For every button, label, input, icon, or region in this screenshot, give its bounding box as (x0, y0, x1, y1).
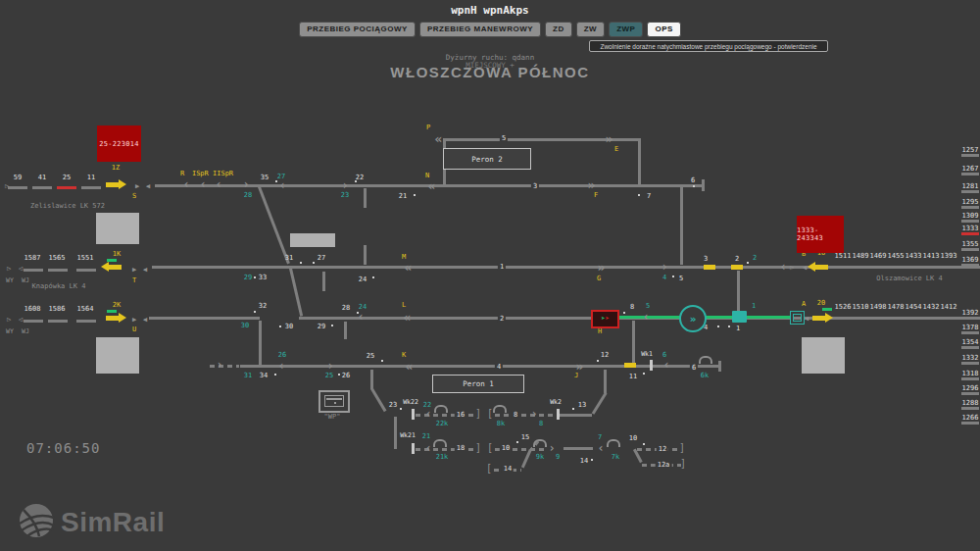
signal-arrow[interactable]: ◁ (19, 266, 23, 273)
switch-label[interactable]: 1478 (888, 304, 905, 311)
train-number-box[interactable]: 25-223014 (97, 125, 141, 162)
switch-label[interactable]: 1565 (49, 255, 66, 262)
signal-label[interactable]: P (426, 125, 430, 131)
switch-label[interactable]: 1586 (49, 306, 66, 313)
switch-label[interactable]: 27 (318, 255, 325, 262)
switch-label[interactable]: 29 (318, 324, 325, 330)
switch-label[interactable]: 15 (521, 434, 529, 441)
signal-arrow[interactable]: ◁ (19, 317, 23, 324)
switch-label[interactable]: 34 (260, 373, 268, 379)
signal-arrow[interactable]: » (606, 132, 612, 145)
derailer-icon[interactable] (493, 405, 507, 413)
switch-label[interactable]: 28 (342, 305, 350, 312)
switch-label[interactable]: 11 (629, 374, 637, 380)
switch-label[interactable]: 4 (495, 364, 503, 371)
switch-label[interactable]: 14 (580, 458, 588, 465)
switch-label[interactable]: 12 (657, 446, 668, 453)
switch-label[interactable]: Wk2 (550, 399, 562, 406)
toolbar-button-zw[interactable]: ZW (576, 22, 605, 37)
signal-arrow[interactable]: ▷ (7, 266, 11, 273)
switch-label[interactable]: 1511 (835, 253, 852, 260)
signal-arrow[interactable]: « (405, 261, 412, 274)
switch-label[interactable]: 1587 (24, 255, 41, 262)
switch-label[interactable]: 31 (285, 255, 293, 262)
switch-label[interactable]: 1413 (923, 253, 940, 260)
switch-label[interactable]: 32 (259, 303, 267, 310)
signal-label[interactable]: H (598, 328, 602, 335)
switch-label[interactable]: 3 (531, 183, 539, 190)
switch-label[interactable]: 10 (500, 445, 512, 452)
signal-arrow[interactable]: ◀ (803, 265, 807, 272)
signal-label[interactable]: U (132, 326, 136, 333)
signal-label[interactable]: S (132, 193, 136, 200)
switch-label[interactable]: Wk22 (403, 399, 418, 406)
switch-label[interactable]: 8 (512, 412, 519, 419)
signal-arrow[interactable]: ‹ (779, 261, 786, 273)
signal-arrow[interactable]: ‹ (642, 311, 649, 323)
switch-label[interactable]: 1469 (870, 253, 887, 260)
signal-arrow[interactable]: › (661, 261, 667, 273)
switch-label[interactable]: 1412 (941, 304, 957, 311)
signal-arrow[interactable]: ◀ (146, 183, 150, 190)
signal-arrow[interactable]: ‹ (277, 360, 284, 372)
switch-label[interactable]: 1489 (853, 253, 869, 260)
switch-label[interactable]: 33 (259, 275, 267, 281)
signal-label[interactable]: J (574, 373, 578, 379)
switch-label[interactable]: 12 (601, 352, 609, 359)
signal-arrow[interactable]: ‹ (424, 408, 431, 420)
signal-arrow[interactable]: « (428, 179, 435, 192)
route-arrow[interactable] (109, 265, 122, 270)
h-signal-indicator[interactable]: ➤➤ (591, 310, 619, 328)
route-arrow[interactable] (812, 316, 825, 321)
switch-label[interactable]: Wk21 (400, 432, 416, 439)
signal-arrow[interactable]: › (548, 442, 555, 454)
derailer-icon[interactable] (607, 439, 620, 447)
switch-label[interactable]: 3 (704, 256, 708, 263)
switch-label[interactable]: 1 (498, 264, 506, 271)
switch-label[interactable]: 14 (502, 466, 514, 473)
route-arrow[interactable] (106, 182, 119, 187)
route-arrow[interactable] (815, 265, 828, 270)
switch-label[interactable]: 1608 (24, 306, 41, 313)
toolbar-button-zwp[interactable]: ZWP (609, 22, 643, 37)
signal-arrow[interactable]: ▷ (5, 183, 9, 190)
derailer-icon[interactable] (433, 439, 447, 447)
switch-label[interactable]: 10 (629, 435, 637, 442)
switch-label[interactable]: 5 (500, 135, 508, 142)
derailer-icon[interactable] (434, 405, 448, 413)
signal-arrow[interactable]: › (242, 178, 249, 190)
signal-arrow[interactable]: ▷ (7, 317, 11, 324)
signal-label[interactable]: G (597, 276, 601, 282)
switch-label[interactable]: 1393 (941, 253, 957, 260)
toolbar-button-przebieg-pociągowy[interactable]: PRZEBIEG POCIĄGOWY (299, 22, 416, 37)
switch-label[interactable]: 13 (578, 402, 586, 409)
signal-arrow[interactable]: ‹ (597, 442, 604, 454)
switch-label[interactable]: 2 (735, 256, 739, 263)
signal-label[interactable]: 1K (113, 251, 121, 258)
signal-label[interactable]: L (402, 302, 406, 309)
switch-label[interactable]: 16 (455, 412, 466, 419)
switch-label[interactable]: 1455 (888, 253, 905, 260)
signal-arrow[interactable]: › (326, 360, 333, 372)
switch-label[interactable]: 1433 (906, 253, 922, 260)
toolbar-button-przebieg-manewrowy[interactable]: PRZEBIEG MANEWROWY (419, 22, 541, 37)
signal-arrow[interactable]: ▶ (132, 267, 136, 274)
switch-label[interactable]: 1564 (77, 306, 94, 313)
signal-label[interactable]: 20 (817, 300, 825, 307)
signal-label[interactable]: T (132, 277, 136, 284)
switch-label[interactable]: 1454 (906, 304, 922, 311)
switch-label[interactable]: 41 (38, 175, 46, 181)
switch-label[interactable]: 1432 (923, 304, 940, 311)
signal-arrow[interactable]: « (435, 132, 442, 145)
signal-label[interactable]: E (614, 146, 618, 153)
switch-label[interactable]: 12a (656, 462, 672, 469)
derailer-icon[interactable] (533, 439, 547, 447)
switch-label[interactable]: 1 (736, 326, 740, 332)
route-arrow[interactable] (106, 316, 119, 321)
signal-label[interactable]: 1Z (112, 165, 120, 172)
signal-arrow[interactable]: » (588, 178, 595, 191)
train-position-circle[interactable]: » (679, 305, 707, 332)
signal-arrow[interactable]: › (530, 408, 537, 420)
signal-arrow[interactable]: ▶ (132, 317, 136, 324)
signal-arrow[interactable]: ▶ (135, 183, 139, 190)
